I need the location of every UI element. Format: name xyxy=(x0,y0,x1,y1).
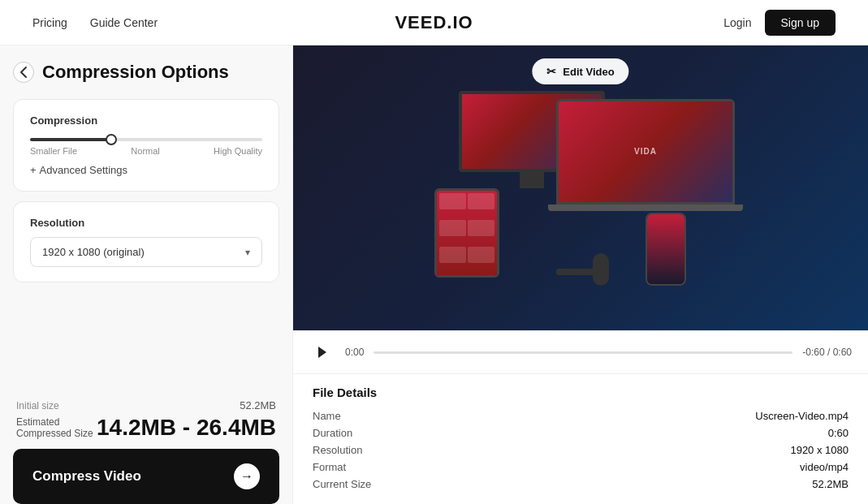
advanced-settings-prefix: + xyxy=(30,164,37,176)
detail-value: 1920 x 1080 xyxy=(790,444,849,456)
nav-guide-center[interactable]: Guide Center xyxy=(90,16,158,29)
edit-video-label: Edit Video xyxy=(563,66,614,78)
detail-row: Duration 0:60 xyxy=(313,424,849,442)
detail-key: Name xyxy=(313,410,341,422)
nav-pricing[interactable]: Pricing xyxy=(32,16,67,29)
main-layout: Compression Options Compression Smaller … xyxy=(0,45,868,504)
nav-left: Pricing Guide Center xyxy=(32,16,158,29)
label-smaller-file: Smaller File xyxy=(30,146,77,156)
laptop-screen-content: VIDA xyxy=(559,101,732,202)
compression-label: Compression xyxy=(30,114,262,127)
compressed-size-label: Compressed Size xyxy=(16,428,93,439)
tablet-device xyxy=(434,188,499,278)
detail-key: Current Size xyxy=(313,478,371,490)
label-high-quality: High Quality xyxy=(214,146,262,156)
video-controls: 0:00 -0:60 / 0:60 xyxy=(293,330,868,373)
apple-tv-device xyxy=(552,269,609,286)
tablet-screen xyxy=(434,188,499,278)
detail-row: Resolution 1920 x 1080 xyxy=(313,442,849,459)
file-details: File Details Name Uscreen-Video.mp4 Dura… xyxy=(293,373,868,504)
detail-value: video/mp4 xyxy=(800,461,849,473)
bottom-section: Initial size 52.2MB Estimated Compressed… xyxy=(13,399,279,504)
initial-size-label: Initial size xyxy=(16,400,59,411)
phone-screen-content xyxy=(647,214,684,284)
advanced-settings-button[interactable]: + Advanced Settings xyxy=(30,164,127,176)
laptop-screen: VIDA xyxy=(556,99,735,205)
compressed-size-value: 14.2MB - 26.4MB xyxy=(97,415,276,441)
compressed-label-group: Estimated Compressed Size xyxy=(16,416,93,439)
play-button[interactable] xyxy=(309,339,335,365)
breadcrumb: Compression Options xyxy=(13,58,279,89)
estimated-row: Estimated Compressed Size 14.2MB - 26.4M… xyxy=(13,415,279,441)
tablet-screen-content xyxy=(437,191,497,275)
detail-row: Name Uscreen-Video.mp4 xyxy=(313,407,849,424)
slider-track[interactable] xyxy=(30,138,262,141)
laptop-base xyxy=(548,205,743,211)
video-preview: VIDA xyxy=(293,45,868,330)
detail-value: 0:60 xyxy=(828,427,849,439)
edit-video-button[interactable]: ✂ Edit Video xyxy=(532,58,628,84)
login-button[interactable]: Login xyxy=(723,16,751,29)
video-background: VIDA xyxy=(293,45,868,330)
time-start: 0:00 xyxy=(345,347,364,358)
device-mockup: VIDA xyxy=(426,91,735,286)
compress-arrow-icon: → xyxy=(234,463,260,489)
estimated-label: Estimated xyxy=(16,416,93,428)
signup-button[interactable]: Sign up xyxy=(765,10,836,36)
phone-device xyxy=(646,213,686,286)
detail-value: Uscreen-Video.mp4 xyxy=(755,410,849,422)
resolution-card: Resolution 1920 x 1080 (original) ▾ xyxy=(13,201,279,282)
label-normal: Normal xyxy=(131,146,159,156)
file-details-title: File Details xyxy=(313,386,849,399)
detail-key: Resolution xyxy=(313,444,362,456)
resolution-label: Resolution xyxy=(30,217,262,229)
resolution-value: 1920 x 1080 (original) xyxy=(42,246,145,258)
detail-row: Current Size 52.2MB xyxy=(313,476,849,493)
detail-rows: Name Uscreen-Video.mp4 Duration 0:60 Res… xyxy=(313,407,849,493)
progress-bar[interactable] xyxy=(374,351,792,354)
detail-value: 52.2MB xyxy=(812,478,849,490)
logo: VEED.IO xyxy=(395,12,473,33)
navbar: Pricing Guide Center VEED.IO Login Sign … xyxy=(0,0,868,45)
compression-slider-container: Smaller File Normal High Quality xyxy=(30,138,262,156)
phone-screen xyxy=(646,213,686,286)
left-panel: Compression Options Compression Smaller … xyxy=(0,45,292,504)
edit-scissors-icon: ✂ xyxy=(546,65,556,78)
time-end: -0:60 / 0:60 xyxy=(802,347,852,358)
compress-video-button[interactable]: Compress Video → xyxy=(13,449,279,504)
initial-size-value: 52.2MB xyxy=(240,399,276,411)
detail-key: Duration xyxy=(313,427,352,439)
laptop-device: VIDA xyxy=(556,99,735,221)
slider-labels: Smaller File Normal High Quality xyxy=(30,146,262,156)
slider-thumb[interactable] xyxy=(106,134,117,145)
atv-remote xyxy=(593,253,609,286)
resolution-select[interactable]: 1920 x 1080 (original) ▾ xyxy=(30,237,262,267)
slider-fill xyxy=(30,138,111,141)
initial-size-row: Initial size 52.2MB xyxy=(13,399,279,411)
detail-row: Format video/mp4 xyxy=(313,459,849,476)
back-button[interactable] xyxy=(13,62,34,83)
compress-btn-label: Compress Video xyxy=(32,468,141,485)
tv-stand xyxy=(520,172,544,188)
nav-right: Login Sign up xyxy=(723,10,836,36)
advanced-settings-label: Advanced Settings xyxy=(40,164,127,176)
chevron-down-icon: ▾ xyxy=(245,247,250,258)
compression-card: Compression Smaller File Normal High Qua… xyxy=(13,99,279,192)
right-panel: VIDA xyxy=(292,45,868,504)
page-title: Compression Options xyxy=(42,62,229,83)
detail-key: Format xyxy=(313,461,346,473)
